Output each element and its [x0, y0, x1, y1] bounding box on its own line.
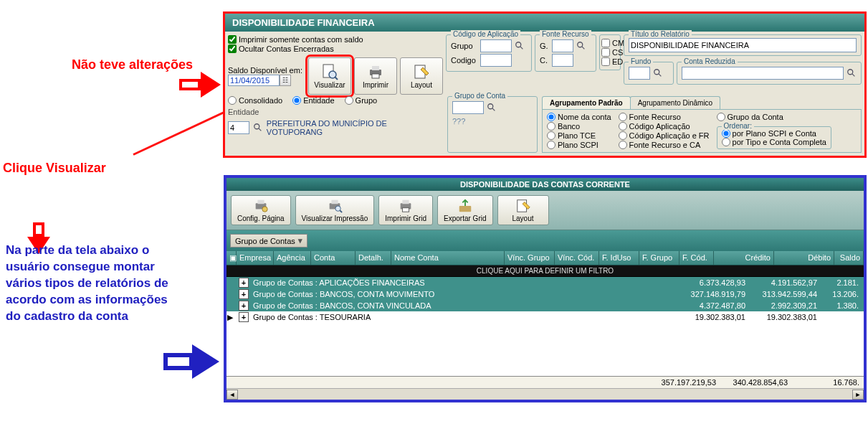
row-debito: 2.992.309,21 — [750, 301, 821, 310]
titulo-input[interactable] — [629, 38, 857, 52]
fonte-c-input[interactable] — [552, 54, 573, 67]
annotation-no-changes: Não teve alterações — [72, 57, 193, 72]
print-grid-icon — [398, 198, 414, 214]
radio-grupo-conta[interactable] — [717, 113, 725, 121]
group-row[interactable]: +Grupo de Contas : APLICAÇÕES FINANCEIRA… — [226, 277, 864, 288]
grupo-conta-group: Grupo de Conta ??? — [447, 96, 538, 153]
radio-entidade[interactable] — [292, 96, 301, 105]
header-fcod[interactable]: F. Cód. — [679, 251, 714, 265]
entidade-search-icon[interactable] — [252, 122, 264, 133]
group-chip-remove-icon[interactable]: ▾ — [298, 236, 302, 245]
chk-ed[interactable] — [601, 57, 610, 66]
radio-fr-ca[interactable] — [619, 141, 627, 149]
date-input[interactable] — [228, 75, 280, 86]
chk-cs[interactable] — [601, 48, 610, 57]
svg-point-17 — [488, 104, 493, 109]
radio-plano-tce[interactable] — [547, 131, 555, 140]
header-selector[interactable]: ▣ — [226, 251, 237, 265]
group-label: Grupo de Contas : BANCOS, CONTA MOVIMENT… — [252, 290, 678, 298]
radio-grupo[interactable] — [345, 96, 353, 105]
fundo-search-icon[interactable] — [652, 67, 664, 79]
ord-a-label: por Plano SCPI e Conta — [733, 129, 816, 138]
visualizar-button[interactable]: Visualizar — [308, 57, 351, 95]
header-vinc-cod[interactable]: Vínc. Cód. — [555, 251, 599, 265]
header-detalh[interactable]: Detalh. — [356, 251, 391, 265]
header-debito[interactable]: Débito — [774, 251, 834, 265]
horizontal-scrollbar[interactable]: ◄ ► — [226, 388, 864, 400]
group-row[interactable]: ▶+Grupo de Contas : TESOURARIA19.302.383… — [226, 311, 864, 323]
ca-label: Código Aplicação — [629, 122, 690, 131]
chk-contas-saldo[interactable] — [228, 35, 237, 44]
chk-ocultar-encerradas[interactable] — [228, 44, 237, 53]
scroll-right-button[interactable]: ► — [852, 390, 864, 400]
header-nome-conta[interactable]: Nome Conta — [391, 251, 505, 265]
fundo-input[interactable] — [629, 67, 650, 80]
conta-reduzida-group: Conta Reduzida — [677, 62, 862, 85]
tab-agrup-padrao[interactable]: Agrupamento Padrão — [542, 96, 631, 109]
scroll-left-button[interactable]: ◄ — [226, 390, 238, 400]
expand-icon[interactable]: + — [239, 301, 249, 311]
radio-ord-scpi[interactable] — [722, 129, 730, 138]
codigo-input[interactable] — [480, 54, 512, 67]
grupo-input[interactable] — [480, 39, 512, 52]
conta-reduzida-input[interactable] — [682, 67, 844, 80]
header-saldo[interactable]: Saldo — [834, 251, 864, 265]
fonte-g-input[interactable] — [552, 39, 573, 52]
radio-plano-scpi[interactable] — [547, 141, 555, 149]
group-row[interactable]: +Grupo de Contas : BANCOS, CONTA VINCULA… — [226, 300, 864, 311]
expand-icon[interactable]: + — [239, 289, 249, 299]
header-vinc-grupo[interactable]: Vínc. Grupo — [505, 251, 555, 265]
radio-ord-tipo[interactable] — [722, 138, 730, 146]
conta-reduzida-search-icon[interactable] — [846, 67, 857, 79]
fonte-search-icon[interactable] — [576, 40, 587, 52]
exportar-grid-button[interactable]: Exportar Grid — [437, 195, 492, 225]
svg-rect-28 — [403, 208, 409, 212]
ord-b-label: por Tipo e Conta Completa — [733, 138, 826, 146]
lower-layout-button[interactable]: Layout — [497, 195, 549, 225]
plano-tce-label: Plano TCE — [558, 131, 596, 140]
layout-button[interactable]: Layout — [400, 57, 443, 95]
lower-layout-label: Layout — [512, 215, 533, 222]
header-conta[interactable]: Conta — [311, 251, 356, 265]
radio-codigo-aplicacao[interactable] — [619, 122, 627, 131]
group-by-strip[interactable]: Grupo de Contas▾ — [226, 230, 864, 251]
grid-rows: +Grupo de Contas : APLICAÇÕES FINANCEIRA… — [226, 277, 864, 323]
ordenar-legend: Ordenar: — [722, 122, 754, 130]
row-credito: 327.148.919,79 — [678, 290, 750, 298]
grupo-conta-search-icon[interactable] — [486, 102, 497, 113]
visualizar-impressao-button[interactable]: Visualizar Impressão — [295, 195, 375, 225]
radio-banco[interactable] — [547, 122, 555, 131]
group-row[interactable]: +Grupo de Contas : BANCOS, CONTA MOVIMEN… — [226, 288, 864, 300]
imprimir-button[interactable]: Imprimir — [354, 57, 397, 95]
lower-toolbar: Config. Página Visualizar Impressão Impr… — [226, 191, 864, 230]
row-debito: 19.302.383,01 — [750, 313, 821, 321]
chk-cm[interactable] — [601, 39, 610, 47]
radio-consolidado[interactable] — [228, 96, 237, 105]
svg-line-25 — [340, 210, 342, 212]
filter-band[interactable]: CLIQUE AQUI PARA DEFINIR UM FILTRO — [226, 265, 864, 277]
entidade-id-input[interactable] — [228, 121, 249, 134]
radio-ca-fr[interactable] — [619, 131, 627, 140]
config-pagina-label: Config. Página — [237, 215, 285, 222]
expand-icon[interactable]: + — [239, 312, 249, 322]
conta-reduzida-legend: Conta Reduzida — [682, 57, 738, 65]
radio-nome-conta[interactable] — [547, 113, 555, 121]
grid-header: ▣ Empresa Agência Conta Detalh. Nome Con… — [226, 251, 864, 265]
grupo-conta-input[interactable] — [452, 101, 484, 114]
header-fgrupo[interactable]: F. Grupo — [639, 251, 679, 265]
header-iduso[interactable]: F. IdUso — [599, 251, 639, 265]
expand-icon[interactable]: + — [239, 278, 249, 288]
grupo-search-icon[interactable] — [514, 40, 525, 52]
header-empresa[interactable]: Empresa — [237, 251, 274, 265]
imprimir-grid-button[interactable]: Imprimir Grid — [378, 195, 433, 225]
header-agencia[interactable]: Agência — [274, 251, 311, 265]
radio-fonte-recurso[interactable] — [619, 113, 627, 121]
header-credito[interactable]: Crédito — [714, 251, 774, 265]
group-chip[interactable]: Grupo de Contas▾ — [230, 234, 307, 248]
config-pagina-button[interactable]: Config. Página — [231, 195, 291, 225]
fundo-legend: Fundo — [629, 57, 653, 65]
entidade-name: PREFEITURA DO MUNICÍPIO DE VOTUPORANG — [267, 119, 443, 136]
calendar-button[interactable]: ☷ — [280, 75, 291, 86]
layout-label: Layout — [411, 81, 432, 89]
tab-agrup-dinamico[interactable]: Agrupamento Dinâmico — [630, 96, 721, 109]
